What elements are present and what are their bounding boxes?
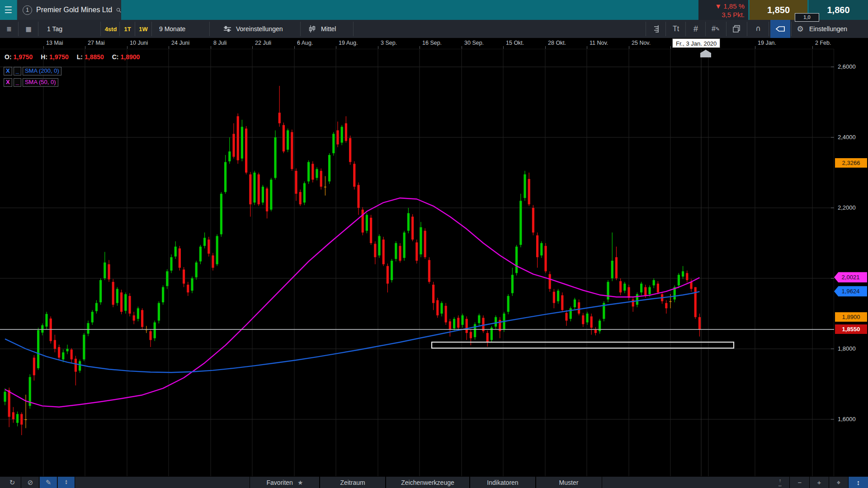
legend-remove-button[interactable]: X <box>4 67 12 75</box>
candle-body <box>95 303 98 311</box>
date-label: 30 Sep. <box>464 40 484 46</box>
candle-body <box>212 255 214 267</box>
legend-label[interactable]: SMA (50, 0) <box>23 78 58 87</box>
draw-pencil-icon[interactable]: ✎ <box>40 477 57 488</box>
candle-body <box>678 275 680 285</box>
candle-body <box>208 239 210 253</box>
mittel-button[interactable]: Mittel <box>321 20 336 38</box>
high-value: 1,9750 <box>49 53 69 61</box>
tab-indikatoren[interactable]: Indikatoren <box>469 477 536 488</box>
chart-plot-area[interactable] <box>0 49 868 476</box>
candle-body <box>266 188 268 211</box>
interval-4std-button[interactable]: 4std <box>103 20 118 38</box>
zoom-out-icon[interactable]: − <box>790 477 810 488</box>
presets-sliders-icon[interactable] <box>222 20 233 38</box>
tab-zeichenwerkzeuge[interactable]: Zeichenwerkzeuge <box>385 477 470 488</box>
candle-body <box>457 318 459 328</box>
presets-button[interactable]: Voreinstellungen <box>236 20 283 38</box>
candle-body <box>175 247 177 257</box>
text-tool-icon[interactable]: Tt <box>667 20 684 38</box>
candle-body <box>669 301 671 302</box>
candle-body <box>586 314 588 323</box>
change-points: 3,5 Pkt. <box>698 10 745 19</box>
candle-body <box>245 129 247 173</box>
tab-muster[interactable]: Muster <box>535 477 602 488</box>
legend-remove-button[interactable]: X <box>4 78 12 87</box>
price-label-magenta: 2,0021 <box>834 272 867 282</box>
candle-body <box>75 359 77 372</box>
date-label: 24 Juni <box>171 40 189 46</box>
legend-label[interactable]: SMA (200, 0) <box>23 67 61 75</box>
interval-1w-button[interactable]: 1W <box>137 20 150 38</box>
vertical-scale-icon[interactable]: ↕ <box>849 477 868 488</box>
candlestick-chart[interactable] <box>0 49 868 476</box>
clear-drawings-icon[interactable]: ⊘ <box>22 477 39 488</box>
candle-body <box>382 239 385 264</box>
candle-body <box>466 319 468 333</box>
gear-icon[interactable]: ⚙ <box>793 20 807 38</box>
date-label: 27 Mai <box>88 40 105 46</box>
candle-body <box>428 260 430 282</box>
sort-arrows-icon[interactable]: ▲▼ <box>58 477 75 488</box>
layers-icon[interactable] <box>728 20 745 38</box>
watchlist-icon[interactable]: ≣ <box>1 20 17 38</box>
search-icon[interactable] <box>116 6 121 14</box>
price-label-tool-icon[interactable] <box>770 20 790 38</box>
settings-button[interactable]: Einstellungen <box>809 20 847 38</box>
price-label-plain: 1,6000 <box>838 416 856 422</box>
date-label: 25 Nov. <box>632 40 651 46</box>
date-label: 19 Aug. <box>339 40 358 46</box>
range-dropdown[interactable]: 9 Monate <box>159 20 185 38</box>
candle-body <box>403 233 406 258</box>
candle-body <box>311 164 314 180</box>
date-tick <box>85 46 85 49</box>
zoom-in-icon[interactable]: + <box>810 477 829 488</box>
candle-body <box>87 323 89 333</box>
hamburger-menu-icon[interactable]: ☰ <box>0 0 17 20</box>
interval-dropdown[interactable]: 1 Tag <box>47 20 62 38</box>
auto-scale-icon[interactable]: ↑↔ <box>771 477 790 488</box>
price-label-plain: 2,2000 <box>838 204 856 211</box>
price-axis[interactable]: 2,60002,40002,32662,20002,00211,96241,89… <box>834 49 868 476</box>
date-label: 13 Mai <box>46 40 63 46</box>
chart-toolbar: ≣ ▦ 1 Tag 4std 1T 1W 9 Monate Voreinstel… <box>0 20 868 38</box>
candle-body <box>166 271 168 286</box>
grid-draw-icon[interactable]: #✎ <box>707 20 724 38</box>
tab-favoriten[interactable]: Favoriten★ <box>250 477 320 488</box>
candle-body <box>45 314 47 327</box>
date-label: 19 Jan. <box>758 40 776 46</box>
instrument-title-panel[interactable]: 1 Premier Gold Mines Ltd <box>17 0 121 20</box>
candle-body <box>557 291 559 301</box>
legend-line-sample: _ <box>14 67 21 75</box>
candle-body <box>112 282 114 305</box>
tab-zeitraum[interactable]: Zeitraum <box>319 477 386 488</box>
candle-body <box>328 155 330 182</box>
candle-body <box>116 289 118 303</box>
date-label: 6 Aug. <box>297 40 313 46</box>
header-bar: ☰ 1 Premier Gold Mines Ltd ▼ 1,85 % 3,5 … <box>0 0 868 20</box>
crosshair-icon[interactable]: ⌖ <box>829 477 849 488</box>
candle-body <box>698 317 701 329</box>
candle-body <box>299 192 302 204</box>
candle-body <box>41 325 43 333</box>
candle-body <box>623 284 626 291</box>
interval-1t-button[interactable]: 1T <box>121 20 134 38</box>
candle-body <box>278 113 281 123</box>
candle-body <box>237 116 239 160</box>
candle-body <box>544 246 547 271</box>
date-tick <box>462 46 462 49</box>
candle-body <box>124 294 127 311</box>
reload-icon[interactable]: ↻ <box>4 477 21 488</box>
layout-grid-icon[interactable]: ▦ <box>20 20 37 38</box>
candlestick-icon[interactable] <box>307 20 318 38</box>
candle-body <box>191 278 193 291</box>
grid-pattern-icon[interactable]: # <box>687 20 704 38</box>
price-scale-icon[interactable] <box>647 20 665 38</box>
date-tick <box>43 46 44 49</box>
candle-body <box>653 280 655 286</box>
magnet-icon[interactable]: ∪ <box>749 20 768 38</box>
candle-body <box>449 321 451 329</box>
date-tick <box>420 46 420 49</box>
ohlc-readout: O:1,9750 H:1,9750 L:1,8850 C:1,8900 <box>5 53 140 61</box>
date-axis[interactable]: Fr., 3 Jan. 2020 13 Mai27 Mai10 Juni24 J… <box>0 38 868 49</box>
